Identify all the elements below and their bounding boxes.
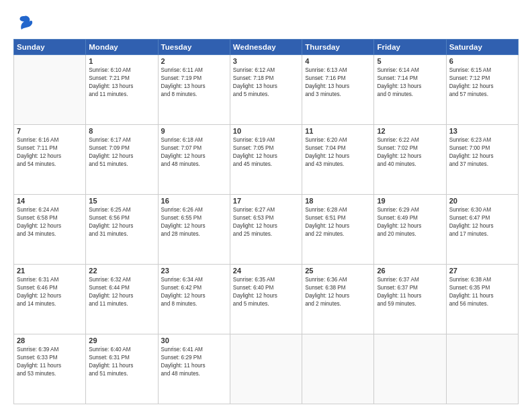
weekday-header-saturday: Saturday: [446, 40, 518, 55]
calendar-cell: 2Sunrise: 6:11 AM Sunset: 7:19 PM Daylig…: [158, 55, 230, 125]
day-number: 1: [89, 57, 154, 65]
calendar-cell: 19Sunrise: 6:29 AM Sunset: 6:49 PM Dayli…: [374, 195, 446, 265]
day-number: 14: [17, 197, 83, 205]
calendar-cell: 10Sunrise: 6:19 AM Sunset: 7:05 PM Dayli…: [230, 125, 302, 195]
day-info: Sunrise: 6:36 AM Sunset: 6:38 PM Dayligh…: [305, 276, 371, 308]
calendar-week-row: 7Sunrise: 6:16 AM Sunset: 7:11 PM Daylig…: [14, 125, 519, 195]
day-info: Sunrise: 6:31 AM Sunset: 6:46 PM Dayligh…: [17, 276, 83, 308]
calendar-week-row: 14Sunrise: 6:24 AM Sunset: 6:58 PM Dayli…: [14, 195, 519, 265]
day-number: 19: [377, 197, 443, 205]
weekday-header-monday: Monday: [86, 40, 158, 55]
logo: [13, 13, 34, 32]
calendar-cell: 20Sunrise: 6:30 AM Sunset: 6:47 PM Dayli…: [446, 195, 518, 265]
calendar-cell: [14, 55, 86, 125]
calendar-cell: 22Sunrise: 6:32 AM Sunset: 6:44 PM Dayli…: [86, 265, 158, 334]
day-number: 13: [449, 127, 515, 135]
calendar-cell: 29Sunrise: 6:40 AM Sunset: 6:31 PM Dayli…: [86, 334, 158, 404]
day-number: 7: [17, 127, 83, 135]
weekday-header-thursday: Thursday: [302, 40, 374, 55]
day-number: 9: [161, 127, 227, 135]
day-info: Sunrise: 6:20 AM Sunset: 7:04 PM Dayligh…: [305, 136, 371, 169]
day-number: 25: [305, 267, 371, 275]
day-number: 2: [161, 57, 227, 65]
day-info: Sunrise: 6:28 AM Sunset: 6:51 PM Dayligh…: [305, 206, 371, 238]
day-info: Sunrise: 6:26 AM Sunset: 6:55 PM Dayligh…: [161, 206, 227, 238]
calendar-cell: [302, 334, 374, 404]
calendar-cell: 23Sunrise: 6:34 AM Sunset: 6:42 PM Dayli…: [158, 265, 230, 334]
calendar-cell: 17Sunrise: 6:27 AM Sunset: 6:53 PM Dayli…: [230, 195, 302, 265]
header: [13, 11, 519, 32]
day-number: 5: [377, 57, 443, 65]
calendar-cell: 6Sunrise: 6:15 AM Sunset: 7:12 PM Daylig…: [446, 55, 518, 125]
calendar-cell: 8Sunrise: 6:17 AM Sunset: 7:09 PM Daylig…: [86, 125, 158, 195]
day-number: 29: [89, 336, 154, 345]
calendar-cell: 4Sunrise: 6:13 AM Sunset: 7:16 PM Daylig…: [302, 55, 374, 125]
calendar-cell: 16Sunrise: 6:26 AM Sunset: 6:55 PM Dayli…: [158, 195, 230, 265]
day-info: Sunrise: 6:35 AM Sunset: 6:40 PM Dayligh…: [233, 276, 299, 308]
day-number: 3: [233, 57, 299, 65]
calendar-cell: 15Sunrise: 6:25 AM Sunset: 6:56 PM Dayli…: [86, 195, 158, 265]
day-number: 22: [89, 267, 154, 275]
calendar-cell: 1Sunrise: 6:10 AM Sunset: 7:21 PM Daylig…: [86, 55, 158, 125]
day-number: 26: [377, 267, 443, 275]
calendar-cell: [374, 334, 446, 404]
day-info: Sunrise: 6:29 AM Sunset: 6:49 PM Dayligh…: [377, 206, 443, 238]
day-info: Sunrise: 6:17 AM Sunset: 7:09 PM Dayligh…: [89, 136, 154, 169]
day-info: Sunrise: 6:25 AM Sunset: 6:56 PM Dayligh…: [89, 206, 154, 238]
day-info: Sunrise: 6:14 AM Sunset: 7:14 PM Dayligh…: [377, 66, 443, 99]
calendar-cell: 18Sunrise: 6:28 AM Sunset: 6:51 PM Dayli…: [302, 195, 374, 265]
calendar-cell: 25Sunrise: 6:36 AM Sunset: 6:38 PM Dayli…: [302, 265, 374, 334]
day-number: 30: [161, 336, 227, 345]
calendar-cell: 9Sunrise: 6:18 AM Sunset: 7:07 PM Daylig…: [158, 125, 230, 195]
calendar-cell: 5Sunrise: 6:14 AM Sunset: 7:14 PM Daylig…: [374, 55, 446, 125]
calendar-cell: 14Sunrise: 6:24 AM Sunset: 6:58 PM Dayli…: [14, 195, 86, 265]
day-info: Sunrise: 6:19 AM Sunset: 7:05 PM Dayligh…: [233, 136, 299, 169]
day-number: 18: [305, 197, 371, 205]
day-number: 10: [233, 127, 299, 135]
day-info: Sunrise: 6:37 AM Sunset: 6:37 PM Dayligh…: [377, 276, 443, 308]
day-info: Sunrise: 6:10 AM Sunset: 7:21 PM Dayligh…: [89, 66, 154, 99]
calendar-week-row: 1Sunrise: 6:10 AM Sunset: 7:21 PM Daylig…: [14, 55, 519, 125]
weekday-header-sunday: Sunday: [14, 40, 86, 55]
calendar-cell: 24Sunrise: 6:35 AM Sunset: 6:40 PM Dayli…: [230, 265, 302, 334]
day-info: Sunrise: 6:27 AM Sunset: 6:53 PM Dayligh…: [233, 206, 299, 238]
day-info: Sunrise: 6:22 AM Sunset: 7:02 PM Dayligh…: [377, 136, 443, 169]
day-info: Sunrise: 6:39 AM Sunset: 6:33 PM Dayligh…: [17, 346, 83, 378]
page: SundayMondayTuesdayWednesdayThursdayFrid…: [0, 0, 532, 411]
day-info: Sunrise: 6:24 AM Sunset: 6:58 PM Dayligh…: [17, 206, 83, 238]
calendar-week-row: 28Sunrise: 6:39 AM Sunset: 6:33 PM Dayli…: [14, 334, 519, 404]
day-info: Sunrise: 6:41 AM Sunset: 6:29 PM Dayligh…: [161, 346, 227, 378]
day-info: Sunrise: 6:34 AM Sunset: 6:42 PM Dayligh…: [161, 276, 227, 308]
day-number: 6: [449, 57, 515, 65]
calendar-cell: [446, 334, 518, 404]
calendar-cell: 27Sunrise: 6:38 AM Sunset: 6:35 PM Dayli…: [446, 265, 518, 334]
calendar-cell: 12Sunrise: 6:22 AM Sunset: 7:02 PM Dayli…: [374, 125, 446, 195]
logo-bird-icon: [15, 13, 34, 32]
calendar-cell: 11Sunrise: 6:20 AM Sunset: 7:04 PM Dayli…: [302, 125, 374, 195]
calendar-cell: 3Sunrise: 6:12 AM Sunset: 7:18 PM Daylig…: [230, 55, 302, 125]
day-info: Sunrise: 6:16 AM Sunset: 7:11 PM Dayligh…: [17, 136, 83, 169]
day-number: 23: [161, 267, 227, 275]
weekday-header-wednesday: Wednesday: [230, 40, 302, 55]
calendar-cell: 7Sunrise: 6:16 AM Sunset: 7:11 PM Daylig…: [14, 125, 86, 195]
day-info: Sunrise: 6:12 AM Sunset: 7:18 PM Dayligh…: [233, 66, 299, 99]
day-info: Sunrise: 6:30 AM Sunset: 6:47 PM Dayligh…: [449, 206, 515, 238]
day-number: 21: [17, 267, 83, 275]
calendar-cell: 21Sunrise: 6:31 AM Sunset: 6:46 PM Dayli…: [14, 265, 86, 334]
day-info: Sunrise: 6:18 AM Sunset: 7:07 PM Dayligh…: [161, 136, 227, 169]
day-info: Sunrise: 6:32 AM Sunset: 6:44 PM Dayligh…: [89, 276, 154, 308]
weekday-header-tuesday: Tuesday: [158, 40, 230, 55]
day-number: 16: [161, 197, 227, 205]
calendar-cell: 30Sunrise: 6:41 AM Sunset: 6:29 PM Dayli…: [158, 334, 230, 404]
day-number: 28: [17, 336, 83, 345]
weekday-header-friday: Friday: [374, 40, 446, 55]
calendar-cell: [230, 334, 302, 404]
day-number: 4: [305, 57, 371, 65]
day-number: 11: [305, 127, 371, 135]
calendar-table: SundayMondayTuesdayWednesdayThursdayFrid…: [13, 39, 519, 404]
day-number: 27: [449, 267, 515, 275]
calendar-cell: 26Sunrise: 6:37 AM Sunset: 6:37 PM Dayli…: [374, 265, 446, 334]
day-number: 15: [89, 197, 154, 205]
day-info: Sunrise: 6:38 AM Sunset: 6:35 PM Dayligh…: [449, 276, 515, 308]
day-info: Sunrise: 6:15 AM Sunset: 7:12 PM Dayligh…: [449, 66, 515, 99]
